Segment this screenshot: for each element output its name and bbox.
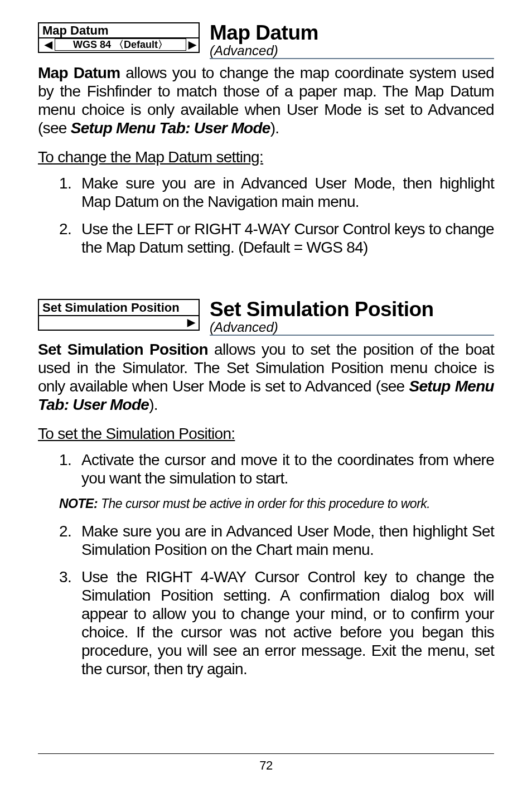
arrow-left-icon: ◀ [45,40,52,50]
map-datum-widget-label: Map Datum [39,23,199,38]
set-sim-step-2: Make sure you are in Advanced User Mode,… [59,522,494,559]
set-sim-title: Set Simulation Position [210,299,494,320]
map-datum-title: Map Datum [210,22,494,43]
section-1-header: Map Datum ◀ WGS 84 〈Default〉 ▶ Map Datum… [38,22,494,59]
map-datum-steps: Make sure you are in Advanced User Mode,… [59,174,494,257]
arrow-right-icon: ▶ [188,40,196,50]
set-sim-step-3: Use the RIGHT 4-WAY Cursor Control key t… [59,568,494,678]
set-sim-steps-b: Make sure you are in Advanced User Mode,… [59,522,494,678]
set-sim-howto: To set the Simulation Position: [38,425,494,443]
set-sim-note: NOTE: The cursor must be active in order… [59,496,494,512]
set-sim-body: Set Simulation Position allows you to se… [38,340,494,414]
section-2-title-block: Set Simulation Position (Advanced) [200,299,494,336]
map-datum-body-tail: ). [270,119,279,137]
set-sim-menu-widget: Set Simulation Position ▶ [38,299,200,331]
map-datum-body: Map Datum allows you to change the map c… [38,64,494,137]
set-sim-steps-a: Activate the cursor and move it to the c… [59,451,494,487]
map-datum-step-1: Make sure you are in Advanced User Mode,… [59,174,494,211]
arrow-right-icon: ▶ [187,317,195,328]
map-datum-subtitle: (Advanced) [210,43,278,58]
page-footer: 72 [38,753,494,773]
set-sim-widget-label: Set Simulation Position [39,300,199,316]
note-text: The cursor must be active in order for t… [98,496,430,511]
map-datum-step-2: Use the LEFT or RIGHT 4-WAY Cursor Contr… [59,220,494,257]
map-datum-menu-widget: Map Datum ◀ WGS 84 〈Default〉 ▶ [38,22,200,53]
footer-rule [38,753,494,754]
section-2-header: Set Simulation Position ▶ Set Simulation… [38,299,494,336]
set-sim-body-tail: ). [149,396,158,413]
note-label: NOTE: [59,496,98,511]
map-datum-body-em: Setup Menu Tab: User Mode [71,119,270,137]
set-sim-body-lead: Set Simulation Position [38,341,208,358]
map-datum-body-lead: Map Datum [38,64,120,81]
page-number: 72 [38,758,494,773]
map-datum-widget-value-row: ◀ WGS 84 〈Default〉 ▶ [39,38,199,52]
set-sim-subtitle: (Advanced) [210,320,278,335]
map-datum-howto: To change the Map Datum setting: [38,148,494,166]
section-1-title-block: Map Datum (Advanced) [200,22,494,59]
set-sim-widget-arrow-row: ▶ [39,316,199,330]
map-datum-widget-value: WGS 84 〈Default〉 [55,38,186,51]
set-sim-step-1: Activate the cursor and move it to the c… [59,451,494,487]
